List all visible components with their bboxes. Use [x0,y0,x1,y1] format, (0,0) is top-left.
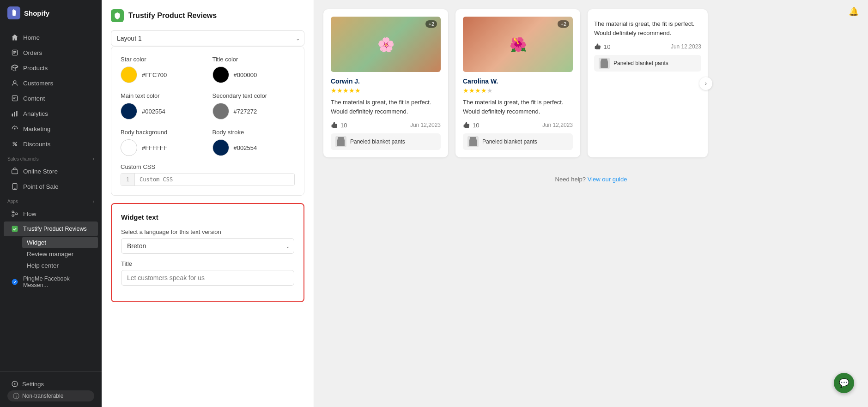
sidebar-settings[interactable]: Settings [7,377,94,390]
sidebar-item-orders[interactable]: Orders [4,45,98,60]
sidebar-review-manager-label: Review manager [27,251,73,257]
non-transferable-badge[interactable]: i Non-transferable [7,390,94,401]
sidebar-logo[interactable]: Shopify [0,0,102,26]
custom-css-label: Custom CSS [121,163,295,170]
body-stroke-color-label: Body stroke [212,129,295,136]
svg-point-25 [12,279,18,285]
review-card-1: 🌸 +2 Corwin J. ★★★★★ The material is gre… [323,9,448,157]
product-icon-3 [599,58,610,69]
sidebar-item-pos[interactable]: Point of Sale [4,179,98,194]
review-card-3-text: The material is great, the fit is perfec… [594,19,701,37]
layout-select[interactable]: Layout 1 [111,30,304,46]
title-color-swatch[interactable] [212,66,229,83]
main-text-color-row: #002554 [121,103,203,120]
svg-text:i: i [16,395,17,399]
review-card-2-stars: ★★★★★ [463,87,573,94]
review-card-1-date: Jun 12,2023 [410,122,441,128]
layout-select-wrapper: Layout 1 [111,30,304,46]
review-cards-container: 🌸 +2 Corwin J. ★★★★★ The material is gre… [323,9,859,157]
review-card-1-footer: 10 Jun 12,2023 [331,121,441,129]
sidebar-item-online-store[interactable]: Online Store [4,164,98,179]
review-card-3-nav-arrow[interactable]: › [699,77,712,90]
preview-panel: 🌸 +2 Corwin J. ★★★★★ The material is gre… [314,0,868,407]
help-link[interactable]: View our guide [588,176,627,183]
review-card-3: The material is great, the fit is perfec… [588,9,708,157]
product-icon-2 [467,136,479,147]
sidebar-item-products[interactable]: Products [4,60,98,75]
css-input-field[interactable] [135,174,294,186]
review-card-1-image: 🌸 +2 [331,17,441,72]
review-card-2-product: Paneled blanket pants [463,133,573,150]
svg-point-21 [12,215,14,216]
star-color-row: #FFC700 [121,66,203,83]
widget-text-section: Widget text Select a language for this t… [111,203,304,302]
svg-rect-8 [12,114,13,116]
css-line-number: 1 [121,174,135,186]
review-card-2-product-label: Paneled blanket pants [482,138,537,145]
svg-point-4 [13,81,16,84]
body-bg-color-value: #FFFFFF [142,144,167,151]
sidebar-nav: Home Orders Products Customers Content A… [0,26,102,371]
sidebar-item-marketing[interactable]: Marketing [4,121,98,136]
svg-rect-10 [16,111,17,116]
main-text-color-swatch[interactable] [121,103,137,120]
body-bg-color-swatch[interactable] [121,139,137,156]
language-select[interactable]: Breton [121,238,294,254]
sidebar-item-analytics[interactable]: Analytics [4,106,98,121]
svg-rect-5 [12,96,17,101]
review-card-2-likes-count: 10 [473,122,479,129]
body-bg-color-item: Body background #FFFFFF [121,129,203,156]
sidebar-orders-label: Orders [23,49,42,56]
sidebar: Shopify Home Orders Products Customers C… [0,0,102,407]
sidebar-item-customers[interactable]: Customers [4,76,98,90]
sidebar-flow-label: Flow [23,210,36,217]
sidebar-discounts-label: Discounts [23,141,50,148]
language-form-group: Select a language for this text version … [121,228,294,254]
sidebar-item-flow[interactable]: Flow [4,206,98,221]
secondary-text-color-swatch[interactable] [212,103,229,120]
sidebar-item-help-center[interactable]: Help center [22,260,98,271]
star-color-label: Star color [121,56,203,63]
review-card-2-image-badge: +2 [558,20,569,28]
shopify-logo-icon [7,6,20,19]
secondary-text-color-row: #727272 [212,103,295,120]
sidebar-item-review-manager[interactable]: Review manager [22,248,98,260]
sidebar-item-pingme[interactable]: PingMe Facebook Messen... [4,272,98,292]
language-select-wrapper: Breton [121,238,294,254]
sidebar-widget-label: Widget [27,239,46,246]
review-card-2-flower-bg: 🌺 [463,17,573,72]
css-editor-line: 1 [121,174,294,186]
title-input[interactable] [121,270,294,286]
secondary-text-color-value: #727272 [234,108,257,115]
chat-button[interactable]: 💬 [834,373,854,393]
svg-rect-16 [12,170,18,174]
body-stroke-color-swatch[interactable] [212,139,229,156]
color-grid: Star color #FFC700 Title color #000000 M… [121,56,295,156]
title-form-group: Title [121,260,294,286]
bell-icon[interactable]: 🔔 [849,6,859,17]
title-field-label: Title [121,260,294,267]
title-color-label: Title color [212,56,295,63]
star-color-value: #FFC700 [142,72,167,78]
svg-point-13 [13,142,14,144]
sidebar-item-widget[interactable]: Widget [22,237,98,248]
trustify-subnav: Widget Review manager Help center [0,237,102,271]
title-color-item: Title color #000000 [212,56,295,83]
sidebar-item-content[interactable]: Content [4,91,98,106]
title-color-row: #000000 [212,66,295,83]
review-card-1-text: The material is great, the fit is perfec… [331,98,441,116]
review-card-2-date: Jun 12,2023 [542,122,573,128]
review-card-3-product-label: Paneled blanket pants [613,60,668,66]
review-card-2-footer: 10 Jun 12,2023 [463,121,573,129]
help-label: Need help? [555,176,586,183]
sidebar-item-trustify[interactable]: Trustify Product Reviews [4,221,98,236]
star-color-swatch[interactable] [121,66,137,83]
main-content: Trustify Product Reviews Layout 1 Star c… [102,0,868,407]
sidebar-pingme-label: PingMe Facebook Messen... [23,275,91,288]
sidebar-item-home[interactable]: Home [4,30,98,45]
review-card-3-likes: 10 [594,43,610,50]
sidebar-item-discounts[interactable]: Discounts [4,137,98,151]
product-icon-1 [335,136,346,147]
review-card-1-image-badge: +2 [425,20,437,28]
body-stroke-color-value: #002554 [234,144,257,151]
